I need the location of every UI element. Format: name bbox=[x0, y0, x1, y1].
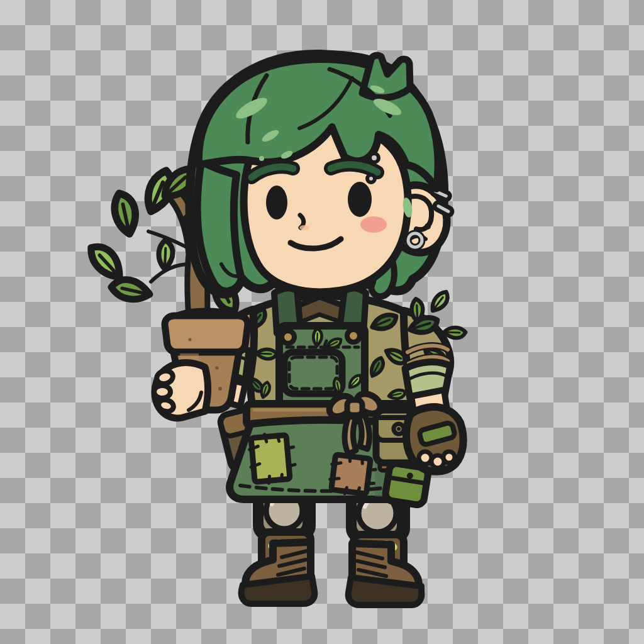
pot-rim bbox=[165, 316, 248, 352]
right-hand-gripping-pot bbox=[154, 363, 208, 418]
left-arm bbox=[404, 291, 466, 471]
bib-button-left bbox=[282, 331, 294, 343]
patch-yellow bbox=[248, 432, 297, 485]
transparency-checkerboard bbox=[0, 0, 644, 644]
right-eye bbox=[348, 182, 372, 217]
cheek-blush bbox=[360, 216, 387, 233]
legs bbox=[242, 488, 422, 605]
bib-button-right bbox=[347, 330, 360, 342]
ear-stud-piercing bbox=[425, 223, 431, 230]
left-leg bbox=[242, 488, 315, 604]
fingerless-glove bbox=[406, 407, 464, 472]
right-eyebrow bbox=[331, 165, 377, 172]
head bbox=[189, 54, 453, 296]
character-illustration bbox=[0, 0, 644, 644]
left-eye bbox=[266, 186, 287, 219]
